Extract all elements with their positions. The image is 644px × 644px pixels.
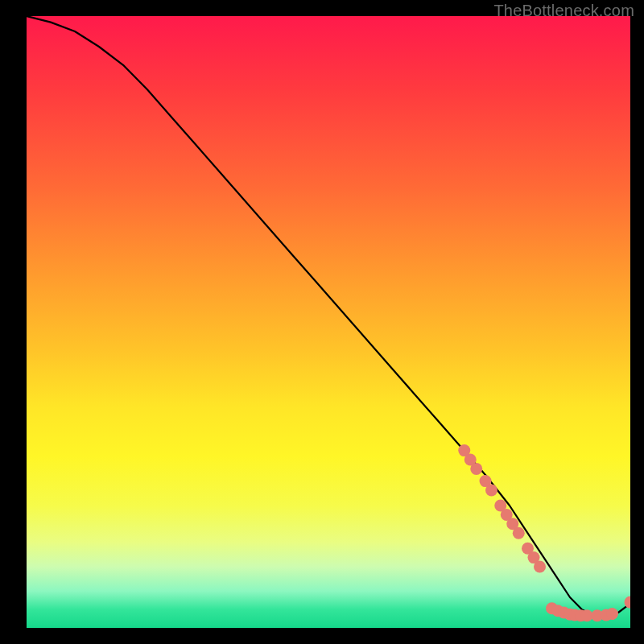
chart-svg [27, 16, 630, 628]
watermark-text: TheBottleneck.com [493, 2, 634, 20]
data-point-marker [513, 527, 525, 539]
chart-stage: TheBottleneck.com [0, 0, 644, 644]
data-point-marker [534, 561, 546, 573]
data-point-marker [606, 608, 618, 620]
marker-group [458, 444, 630, 621]
data-point-marker [485, 485, 497, 497]
bottleneck-curve-line [27, 16, 630, 616]
plot-area [27, 16, 630, 628]
data-point-marker [470, 463, 482, 475]
